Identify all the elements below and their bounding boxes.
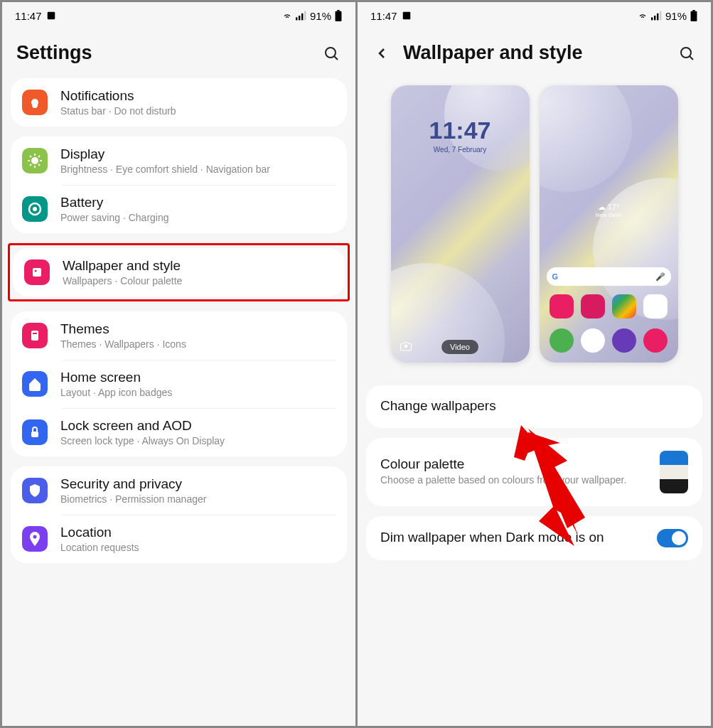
setting-subtitle: Brightness · Eye comfort shield · Naviga… — [60, 164, 336, 175]
svg-rect-12 — [33, 268, 41, 277]
setting-title: Wallpaper and style — [63, 258, 333, 274]
video-badge: Video — [441, 340, 478, 354]
settings-card: Display Brightness · Eye comfort shield … — [11, 136, 347, 233]
change-wallpapers-item[interactable]: Change wallpapers — [366, 385, 702, 428]
phone-app-icon — [550, 328, 574, 353]
display-icon — [22, 148, 48, 173]
setting-title: Display — [60, 146, 336, 162]
palette-swatch — [660, 451, 688, 493]
home-screen-preview[interactable]: ☁ 17° New Delhi G 🎤 — [540, 85, 678, 363]
preview-time: 11:47 — [391, 117, 530, 144]
wallpaper-header: Wallpaper and style — [358, 29, 711, 78]
setting-title: Themes — [60, 321, 336, 337]
dim-toggle[interactable] — [657, 529, 688, 547]
svg-rect-2 — [299, 16, 300, 20]
colour-palette-item[interactable]: Colour palette Choose a palette based on… — [366, 438, 702, 506]
browser-app-icon — [612, 328, 636, 353]
weather-widget: ☁ 17° New Delhi — [540, 203, 678, 218]
svg-rect-24 — [691, 11, 697, 21]
svg-rect-16 — [31, 432, 38, 437]
lock-screen-preview[interactable]: 11:47 Wed, 7 February Video — [391, 85, 530, 363]
svg-point-17 — [33, 535, 37, 539]
svg-rect-18 — [402, 12, 410, 20]
themes-icon — [22, 323, 48, 348]
wallpaper-previews: 11:47 Wed, 7 February Video ☁ 17° New De… — [366, 78, 702, 385]
svg-point-9 — [31, 157, 38, 164]
status-time: 11:47 — [15, 10, 42, 22]
shield-icon — [22, 478, 48, 503]
setting-item-wallpaper-and-style[interactable]: Wallpaper and style Wallpapers · Colour … — [13, 248, 345, 296]
item-subtitle: Choose a palette based on colours from y… — [380, 473, 650, 488]
setting-item-notifications[interactable]: Notifications Status bar · Do not distur… — [11, 78, 347, 127]
status-bar: 11:47 91% — [358, 2, 711, 29]
notifications-icon — [22, 90, 48, 115]
setting-item-lock-screen-and-aod[interactable]: Lock screen and AOD Screen lock type · A… — [11, 408, 347, 456]
setting-title: Notifications — [60, 88, 336, 104]
svg-rect-0 — [47, 12, 55, 20]
setting-title: Lock screen and AOD — [60, 418, 336, 434]
camera-app-icon — [643, 328, 668, 353]
svg-rect-19 — [651, 17, 653, 20]
image-icon — [46, 11, 56, 21]
setting-subtitle: Status bar · Do not disturb — [60, 105, 336, 117]
setting-title: Battery — [60, 195, 336, 210]
signal-icon — [651, 11, 663, 21]
location-icon — [22, 526, 48, 552]
lock-icon — [22, 419, 48, 445]
svg-point-7 — [326, 48, 336, 58]
battery-status-icon — [690, 10, 698, 21]
svg-rect-3 — [301, 14, 303, 21]
messages-app-icon — [581, 328, 605, 353]
signal-icon — [296, 11, 307, 21]
setting-subtitle: Screen lock type · Always On Display — [60, 435, 336, 446]
svg-point-11 — [33, 207, 37, 211]
app-icon — [643, 294, 668, 318]
item-title: Colour palette — [380, 456, 650, 472]
settings-card: Themes Themes · Wallpapers · Icons Home … — [11, 311, 347, 456]
svg-rect-1 — [296, 17, 297, 20]
camera-icon — [400, 340, 412, 353]
setting-item-location[interactable]: Location Location requests — [11, 515, 347, 563]
app-icon — [581, 294, 605, 318]
svg-rect-20 — [654, 16, 655, 20]
wallpaper-icon — [24, 259, 50, 285]
status-time: 11:47 — [370, 10, 397, 22]
search-button[interactable] — [677, 43, 697, 63]
svg-point-25 — [681, 48, 691, 58]
battery-status-icon — [334, 10, 343, 21]
svg-rect-15 — [33, 333, 37, 334]
setting-subtitle: Layout · App icon badges — [60, 387, 336, 398]
setting-item-display[interactable]: Display Brightness · Eye comfort shield … — [11, 136, 347, 185]
settings-screen: 11:47 91% Settings Notifications Status … — [2, 2, 355, 726]
svg-rect-5 — [337, 10, 340, 11]
search-icon — [323, 45, 340, 62]
setting-subtitle: Power saving · Charging — [60, 212, 336, 223]
app-icon — [612, 294, 636, 318]
setting-item-battery[interactable]: Battery Power saving · Charging — [11, 185, 347, 233]
preview-date: Wed, 7 February — [391, 146, 530, 154]
item-title: Dim wallpaper when Dark mode is on — [380, 530, 647, 545]
item-title: Change wallpapers — [380, 398, 688, 414]
setting-item-security-and-privacy[interactable]: Security and privacy Biometrics · Permis… — [11, 466, 347, 515]
setting-title: Home screen — [60, 370, 336, 385]
setting-title: Location — [60, 525, 336, 540]
svg-rect-14 — [31, 331, 38, 341]
image-icon — [402, 11, 412, 21]
search-button[interactable] — [321, 43, 341, 63]
setting-item-home-screen[interactable]: Home screen Layout · App icon badges — [11, 360, 347, 408]
svg-rect-22 — [660, 11, 661, 21]
dim-wallpaper-item[interactable]: Dim wallpaper when Dark mode is on — [366, 516, 702, 560]
settings-header: Settings — [2, 29, 355, 78]
setting-subtitle: Location requests — [60, 542, 336, 553]
back-button[interactable] — [372, 43, 392, 63]
status-battery-text: 91% — [310, 10, 331, 22]
google-search-bar: G 🎤 — [547, 267, 671, 286]
page-title: Settings — [16, 42, 310, 64]
highlight-annotation: Wallpaper and style Wallpapers · Colour … — [8, 243, 350, 301]
wifi-icon — [637, 11, 648, 21]
setting-item-themes[interactable]: Themes Themes · Wallpapers · Icons — [11, 311, 347, 360]
chevron-left-icon — [373, 45, 390, 62]
settings-card: Notifications Status bar · Do not distur… — [11, 78, 347, 127]
page-title: Wallpaper and style — [403, 42, 665, 64]
wallpaper-screen: 11:47 91% Wallpaper and style 11:47 — [358, 2, 711, 726]
